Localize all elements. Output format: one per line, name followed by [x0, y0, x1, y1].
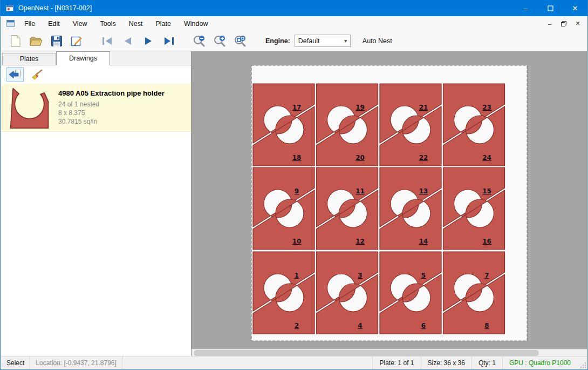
tab-plates[interactable]: Plates [2, 53, 56, 65]
send-to-nest-icon [8, 69, 22, 80]
status-mode: Select [1, 356, 30, 369]
next-plate-icon [143, 36, 154, 46]
panel-tab-strip: Plates Drawings [1, 51, 191, 65]
zoom-out-icon [193, 35, 206, 48]
minimize-button[interactable]: – [513, 0, 538, 16]
drawing-thumbnail [9, 87, 51, 131]
document-icon [6, 20, 15, 27]
nest-block[interactable]: 2122 [380, 84, 441, 166]
part-number: 4 [358, 322, 362, 329]
chevron-down-icon: ▾ [341, 38, 350, 44]
status-qty: Qty: 1 [471, 356, 502, 369]
nest-block[interactable]: 12 [253, 252, 314, 334]
part-number: 1 [295, 272, 299, 279]
save-icon [51, 35, 63, 47]
new-button[interactable] [5, 32, 26, 50]
last-plate-button[interactable] [159, 32, 179, 50]
mdi-close-button[interactable]: ✕ [571, 18, 585, 30]
menu-item-plate[interactable]: Plate [149, 17, 177, 30]
part-number: 16 [482, 238, 491, 245]
part-number: 17 [292, 104, 302, 111]
save-edit-button[interactable] [67, 32, 87, 50]
mdi-minimize-button[interactable]: – [543, 18, 557, 30]
part-number: 21 [419, 104, 428, 111]
nest-block[interactable]: 1718 [253, 84, 314, 166]
nest-block[interactable]: 2324 [443, 84, 505, 166]
auto-nest-button[interactable]: Auto Nest [363, 37, 392, 45]
part-number: 12 [355, 238, 365, 245]
drawing-area: 30.7815 sq/in [58, 117, 165, 126]
menu-item-edit[interactable]: Edit [42, 17, 66, 30]
tab-drawings[interactable]: Drawings [56, 51, 110, 65]
save-button[interactable] [46, 32, 67, 50]
engine-select[interactable]: Default ▾ [295, 35, 351, 47]
zoom-in-button[interactable] [209, 32, 230, 50]
part-number: 23 [482, 104, 491, 111]
part-number: 5 [421, 272, 426, 279]
part-number: 22 [419, 154, 428, 162]
status-size: Size: 36 x 36 [421, 356, 471, 369]
part-number: 3 [358, 272, 362, 279]
menu-item-nest[interactable]: Nest [122, 17, 149, 30]
nest-block[interactable]: 1314 [380, 167, 441, 250]
menu-item-file[interactable]: File [18, 17, 42, 30]
close-button[interactable]: ✕ [563, 0, 587, 16]
drawing-list-item[interactable]: 4980 A05 Extraction pipe holder 24 of 1 … [1, 84, 191, 132]
zoom-fit-button[interactable] [230, 32, 250, 50]
next-plate-button[interactable] [138, 32, 159, 50]
drawings-toolbar [1, 65, 191, 84]
status-bar: Select Location: [-0.9437, 21.8796] Plat… [1, 356, 587, 369]
last-plate-icon [163, 36, 175, 46]
horizontal-scrollbar-thumb[interactable] [194, 350, 539, 356]
nest-block[interactable]: 56 [380, 252, 441, 334]
engine-label: Engine: [265, 37, 290, 45]
zoom-fit-icon [234, 35, 247, 48]
app-window: OpenNest - [N0317-002] – ✕ FileEditViewT… [0, 0, 588, 370]
part-number: 11 [355, 187, 365, 195]
drawing-size: 8 x 8.375 [58, 109, 165, 117]
nest-block[interactable]: 78 [443, 252, 505, 334]
zoom-out-button[interactable] [189, 32, 209, 50]
menu-item-view[interactable]: View [66, 17, 94, 30]
maximize-button[interactable] [538, 0, 563, 16]
resize-grip[interactable] [577, 356, 587, 369]
left-panel: Plates Drawings 4980 A05 Extractio [1, 51, 191, 356]
main-area: Plates Drawings 4980 A05 Extractio [1, 51, 587, 356]
menu-bar: FileEditViewToolsNestPlateWindow – ✕ [1, 16, 587, 31]
save-edit-icon [71, 35, 84, 47]
nest-block[interactable]: 1112 [317, 167, 378, 250]
nest-block[interactable]: 34 [317, 252, 378, 334]
nest-block[interactable]: 1516 [443, 167, 505, 250]
part-number: 19 [355, 104, 365, 111]
part-number: 14 [419, 238, 428, 245]
send-to-nest-button[interactable] [6, 67, 24, 82]
previous-plate-icon [122, 36, 133, 46]
menu-item-window[interactable]: Window [177, 17, 214, 30]
app-icon [5, 4, 14, 12]
status-plate: Plate: 1 of 1 [372, 356, 420, 369]
zoom-in-icon [213, 35, 226, 48]
menu-item-tools[interactable]: Tools [94, 17, 122, 30]
plate-svg[interactable]: 171819202122232491011121314151612345678 [251, 65, 528, 341]
clean-button[interactable] [28, 67, 45, 82]
toolbar: Engine: Default ▾ Auto Nest [1, 31, 587, 51]
nest-block[interactable]: 1920 [317, 84, 378, 166]
drawing-nested-count: 24 of 1 nested [58, 100, 165, 109]
open-button[interactable] [26, 32, 46, 50]
nest-block[interactable]: 910 [253, 167, 314, 250]
part-number: 20 [355, 154, 365, 162]
nest-canvas[interactable]: 171819202122232491011121314151612345678 [191, 51, 587, 356]
drawing-title: 4980 A05 Extraction pipe holder [58, 89, 165, 97]
part-number: 15 [482, 187, 491, 195]
drawing-thumbnail-shape [11, 89, 49, 128]
first-plate-button[interactable] [97, 32, 118, 50]
mdi-restore-button[interactable] [557, 18, 571, 30]
part-number: 24 [482, 154, 491, 162]
previous-plate-button[interactable] [118, 32, 138, 50]
horizontal-scrollbar[interactable] [192, 349, 587, 356]
part-number: 10 [292, 238, 302, 245]
engine-value: Default [295, 37, 341, 45]
part-number: 8 [484, 322, 489, 329]
part-number: 6 [421, 322, 426, 329]
title-bar: OpenNest - [N0317-002] – ✕ [1, 0, 587, 16]
